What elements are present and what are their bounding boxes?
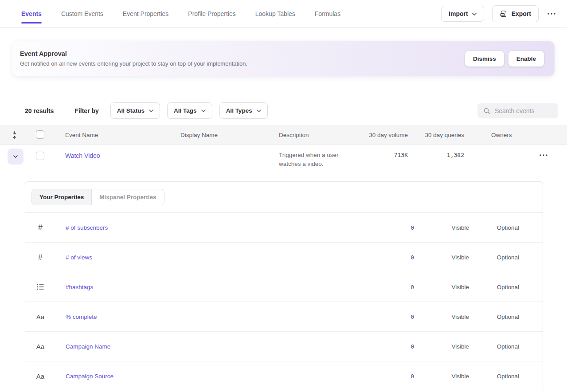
- svg-text:csv: csv: [501, 14, 504, 16]
- more-icon: [540, 154, 547, 156]
- property-visibility: Visible: [414, 284, 469, 290]
- property-name-link[interactable]: % complete: [66, 314, 97, 320]
- column-owners: Owners: [464, 132, 567, 138]
- property-visibility: Visible: [414, 224, 469, 231]
- banner-description: Get notified on all new events entering …: [20, 60, 465, 67]
- property-volume: 0: [361, 254, 414, 261]
- filter-toolbar: 20 results Filter by All Status All Tags…: [25, 102, 558, 119]
- export-button-label: Export: [512, 10, 531, 17]
- import-button[interactable]: Import: [441, 6, 484, 22]
- property-name-link[interactable]: Campaign Name: [66, 343, 110, 350]
- tab-event-properties[interactable]: Event Properties: [123, 0, 169, 27]
- property-volume: 0: [361, 284, 414, 290]
- tab-mixpanel-properties[interactable]: Mixpanel Properties: [92, 189, 164, 205]
- column-queries: 30 day queries: [408, 132, 464, 138]
- top-navigation: Events Custom Events Event Properties Pr…: [0, 0, 567, 28]
- tags-filter-dropdown[interactable]: All Tags: [167, 102, 212, 119]
- property-row: #hashtags 0 Visible Optional: [25, 272, 543, 302]
- row-more-options-button[interactable]: [539, 153, 548, 157]
- property-row: Aa Campaign Source 0 Visible Optional: [25, 361, 543, 391]
- chevron-down-icon: [201, 110, 206, 112]
- collapse-rows-icon: [12, 131, 17, 140]
- search-input[interactable]: [477, 103, 558, 118]
- chevron-down-icon: [257, 110, 261, 112]
- property-visibility: Visible: [414, 373, 469, 380]
- topbar-actions: Import csv Export: [441, 5, 556, 22]
- import-button-label: Import: [449, 10, 468, 17]
- text-icon: Aa: [25, 373, 55, 380]
- tab-your-properties[interactable]: Your Properties: [32, 189, 92, 205]
- banner-actions: Dismiss Enable: [465, 51, 544, 67]
- banner-text: Event Approval Get notified on all new e…: [20, 50, 465, 67]
- tab-formulas[interactable]: Formulas: [315, 0, 340, 27]
- event-volume: 713K: [357, 145, 408, 158]
- number-icon: #: [25, 253, 55, 261]
- property-name-link[interactable]: Campaign Source: [66, 373, 113, 380]
- chevron-down-icon: [13, 155, 18, 158]
- status-filter-dropdown[interactable]: All Status: [110, 102, 160, 119]
- property-volume: 0: [361, 314, 414, 320]
- event-queries: 1,382: [408, 145, 464, 158]
- nav-tabs: Events Custom Events Event Properties Pr…: [21, 0, 441, 27]
- number-icon: #: [25, 223, 55, 231]
- property-visibility: Visible: [414, 314, 469, 320]
- property-volume: 0: [361, 373, 414, 380]
- toolbar-divider: [64, 105, 64, 117]
- banner-title: Event Approval: [20, 50, 465, 57]
- column-event-name: Event Name: [59, 132, 174, 138]
- property-row: Aa % complete 0 Visible Optional: [25, 302, 543, 332]
- property-volume: 0: [361, 224, 414, 231]
- property-requirement: Optional: [469, 254, 519, 261]
- event-properties-panel: Your Properties Mixpanel Properties # # …: [25, 181, 543, 391]
- select-all-checkbox[interactable]: [36, 130, 44, 139]
- list-icon: [25, 284, 55, 290]
- tab-profile-properties[interactable]: Profile Properties: [188, 0, 235, 27]
- property-name-link[interactable]: #hashtags: [66, 284, 93, 290]
- property-row: Aa Campaign Name 0 Visible Optional: [25, 332, 543, 361]
- column-volume: 30 day volume: [357, 132, 408, 138]
- results-count: 20 results: [25, 107, 54, 114]
- properties-tabs-bar: Your Properties Mixpanel Properties: [25, 182, 543, 213]
- types-filter-dropdown[interactable]: All Types: [219, 102, 268, 119]
- property-requirement: Optional: [469, 314, 519, 320]
- tab-custom-events[interactable]: Custom Events: [61, 0, 103, 27]
- column-description: Description: [272, 132, 357, 138]
- property-name-link[interactable]: # of views: [66, 254, 92, 261]
- property-row: # # of subscribers 0 Visible Optional: [25, 213, 543, 243]
- event-approval-banner: Event Approval Get notified on all new e…: [12, 41, 555, 76]
- event-row-watch-video: Watch Video Triggered when a user watche…: [0, 145, 567, 181]
- property-visibility: Visible: [414, 343, 469, 350]
- filter-by-label: Filter by: [74, 107, 98, 114]
- more-icon: [547, 13, 555, 15]
- more-options-button[interactable]: [547, 11, 556, 16]
- csv-file-icon: csv: [500, 10, 508, 18]
- event-name-link[interactable]: Watch Video: [65, 152, 100, 159]
- search-box: [477, 103, 558, 118]
- property-requirement: Optional: [469, 284, 519, 290]
- dismiss-button[interactable]: Dismiss: [465, 51, 504, 67]
- column-display-name: Display Name: [174, 132, 272, 138]
- property-volume: 0: [361, 343, 414, 350]
- chevron-down-icon: [149, 110, 153, 112]
- export-button[interactable]: csv Export: [492, 5, 539, 22]
- events-table-header: Event Name Display Name Description 30 d…: [0, 125, 567, 145]
- text-icon: Aa: [25, 343, 55, 350]
- tab-lookup-tables[interactable]: Lookup Tables: [255, 0, 295, 27]
- tags-filter-label: All Tags: [174, 107, 197, 114]
- select-row-checkbox[interactable]: [36, 152, 44, 160]
- collapse-all-cell[interactable]: [0, 131, 29, 140]
- property-requirement: Optional: [469, 343, 519, 350]
- enable-button[interactable]: Enable: [508, 51, 544, 67]
- collapse-row-button[interactable]: [8, 149, 23, 165]
- property-visibility: Visible: [414, 254, 469, 261]
- status-filter-label: All Status: [117, 107, 145, 114]
- tab-events[interactable]: Events: [21, 0, 42, 27]
- property-requirement: Optional: [469, 373, 519, 380]
- chevron-down-icon: [472, 13, 477, 16]
- property-name-link[interactable]: # of subscribers: [66, 224, 108, 231]
- filter-pills: All Status All Tags All Types: [110, 102, 268, 119]
- properties-segmented-control: Your Properties Mixpanel Properties: [31, 189, 164, 205]
- property-row: # # of views 0 Visible Optional: [25, 243, 543, 272]
- text-icon: Aa: [25, 314, 55, 320]
- event-description: Triggered when a user watches a video.: [272, 145, 357, 169]
